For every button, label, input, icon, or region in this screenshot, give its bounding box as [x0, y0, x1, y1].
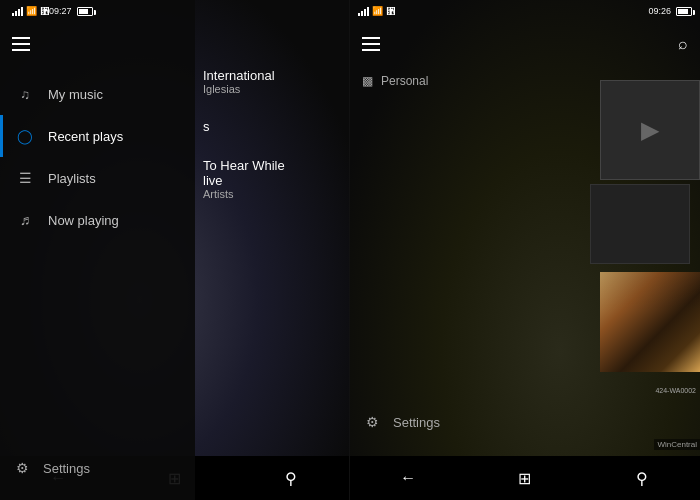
signal-bars-right	[358, 6, 369, 16]
album-placeholder-mid	[590, 184, 690, 264]
album-id: 424-WA0002	[651, 385, 700, 396]
sidebar-item-playlists[interactable]: ☰ Playlists	[0, 157, 195, 199]
back-button-right[interactable]: ←	[388, 458, 428, 498]
song-title-1: International	[203, 68, 341, 83]
sidebar-status-bar: 📶 ␱ 09:27	[0, 0, 195, 22]
signal-bars	[12, 6, 23, 16]
album-area: ▶ 424-WA0002	[580, 80, 700, 372]
sidebar-item-recent-plays[interactable]: ◯ Recent plays	[0, 115, 195, 157]
sidebar-item-now-playing[interactable]: ♬ Now playing	[0, 199, 195, 241]
status-wifi: 📶	[26, 6, 37, 16]
song-item-2: s	[203, 119, 341, 134]
status-right: 09:27	[49, 6, 93, 16]
settings-item-right[interactable]: ⚙ Settings	[366, 406, 440, 438]
header-bar-right: ⌕	[350, 22, 700, 66]
song-item-3: To Hear While live Artists	[203, 158, 341, 200]
watermark: WinCentral	[654, 439, 700, 450]
phone-right: 📶 ␱ 09:26 ⌕ ▩ Personal ▶ 424-WA0	[350, 0, 700, 500]
sidebar-item-my-music-label: My music	[48, 87, 103, 102]
settings-item[interactable]: ⚙ Settings	[16, 452, 179, 484]
sidebar-header	[0, 22, 195, 66]
status-time: 09:27	[49, 6, 72, 16]
hamburger-icon-right[interactable]	[362, 37, 380, 51]
sidebar: 📶 ␱ 09:27 ♫ My music	[0, 0, 195, 500]
song-title-3b: live	[203, 173, 341, 188]
song-item-1: International Iglesias	[203, 68, 341, 95]
music-icon: ♫	[16, 87, 34, 102]
sidebar-item-now-playing-label: Now playing	[48, 213, 119, 228]
search-icon-right[interactable]: ⌕	[678, 35, 688, 53]
hamburger-icon[interactable]	[12, 37, 30, 51]
playlists-icon: ☰	[16, 170, 34, 186]
settings-gear-icon-right: ⚙	[366, 414, 379, 430]
battery-icon-right	[676, 7, 692, 16]
personal-label: ▩ Personal	[362, 66, 688, 96]
song-artist-3: Artists	[203, 188, 341, 200]
settings-area-right: ⚙ Settings	[350, 394, 456, 450]
song-title-3: To Hear While	[203, 158, 341, 173]
recent-plays-icon: ◯	[16, 128, 34, 144]
phone-left: International Iglesias s To Hear While l…	[0, 0, 350, 500]
settings-label-right: Settings	[393, 415, 440, 430]
album-art-icon: ▶	[641, 116, 659, 144]
search-button-left[interactable]: ⚲	[271, 458, 311, 498]
sidebar-item-playlists-label: Playlists	[48, 171, 96, 186]
status-time-right: 09:26	[648, 6, 671, 16]
personal-icon: ▩	[362, 74, 373, 88]
bottom-bar-right: ← ⊞ ⚲	[350, 456, 700, 500]
status-wifi-right: 📶	[372, 6, 383, 16]
sidebar-nav: ♫ My music ◯ Recent plays ☰ Playlists ♬ …	[0, 66, 195, 436]
status-left-right: 📶 ␱	[358, 6, 395, 16]
status-bar-right: 📶 ␱ 09:26	[350, 0, 700, 22]
battery-fill-right	[678, 9, 688, 14]
status-bt: ␱	[40, 6, 49, 16]
sidebar-item-recent-plays-label: Recent plays	[48, 129, 123, 144]
settings-gear-icon: ⚙	[16, 460, 29, 476]
right-content: ▩ Personal	[350, 66, 700, 96]
album-photo[interactable]	[600, 272, 700, 372]
battery-fill	[79, 9, 89, 14]
settings-label: Settings	[43, 461, 90, 476]
status-bt-right: ␱	[386, 6, 395, 16]
now-playing-icon: ♬	[16, 212, 34, 228]
personal-text: Personal	[381, 74, 428, 88]
song-snippet: s	[203, 119, 341, 134]
song-artist-1: Iglesias	[203, 83, 341, 95]
status-left: 📶 ␱	[12, 6, 49, 16]
battery-icon	[77, 7, 93, 16]
sidebar-item-my-music[interactable]: ♫ My music	[0, 74, 195, 115]
search-button-right[interactable]: ⚲	[622, 458, 662, 498]
main-content-left: International Iglesias s To Hear While l…	[195, 60, 349, 232]
windows-button-right[interactable]: ⊞	[505, 458, 545, 498]
sidebar-bottom: ⚙ Settings	[0, 436, 195, 500]
status-right-right: 09:26	[648, 6, 692, 16]
